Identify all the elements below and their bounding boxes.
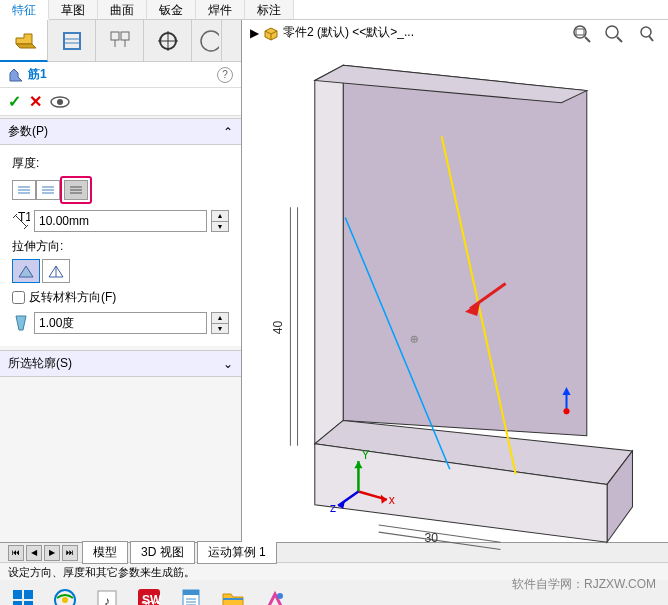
tab-sketch[interactable]: 草图 bbox=[49, 0, 98, 19]
breadcrumb[interactable]: ▶ 零件2 (默认) <<默认>_... bbox=[250, 24, 414, 41]
thickness-input[interactable] bbox=[34, 210, 207, 232]
svg-point-76 bbox=[277, 593, 283, 599]
tab-sheet-metal[interactable]: 钣金 bbox=[147, 0, 196, 19]
svg-point-64 bbox=[62, 597, 68, 603]
svg-text:T1: T1 bbox=[18, 212, 30, 224]
svg-point-27 bbox=[606, 26, 618, 38]
app-icon-2[interactable] bbox=[260, 585, 290, 605]
watermark-text: 软件自学网：RJZXW.COM bbox=[512, 576, 656, 593]
edge-browser-icon[interactable] bbox=[50, 585, 80, 605]
tab-feature[interactable]: 特征 bbox=[0, 0, 49, 20]
start-button[interactable] bbox=[8, 585, 38, 605]
svg-rect-0 bbox=[64, 33, 80, 49]
svg-point-10 bbox=[201, 31, 219, 51]
dimxpert-manager-tab[interactable] bbox=[144, 20, 192, 62]
tab-nav-first[interactable]: ⏮ bbox=[8, 545, 24, 561]
rib-thickness-icon: T1 bbox=[12, 212, 30, 230]
svg-marker-32 bbox=[315, 65, 343, 444]
selected-contour-label: 所选轮廓(S) bbox=[8, 355, 72, 372]
svg-text:x: x bbox=[389, 493, 395, 507]
direction-normal-button[interactable] bbox=[42, 259, 70, 283]
tab-annotate[interactable]: 标注 bbox=[245, 0, 294, 19]
feature-title-bar: 筋1 ? bbox=[0, 62, 241, 88]
svg-text:Y: Y bbox=[361, 448, 369, 462]
thickness-side2-button[interactable] bbox=[64, 180, 88, 200]
draft-spinner[interactable]: ▲▼ bbox=[211, 312, 229, 334]
breadcrumb-arrow-icon: ▶ bbox=[250, 26, 259, 40]
parameters-label: 参数(P) bbox=[8, 123, 48, 140]
draft-angle-input[interactable] bbox=[34, 312, 207, 334]
tab-nav-prev[interactable]: ◀ bbox=[26, 545, 42, 561]
file-explorer-icon[interactable] bbox=[218, 585, 248, 605]
svg-rect-26 bbox=[576, 29, 584, 35]
feature-manager-tab[interactable] bbox=[0, 20, 48, 62]
svg-text:z: z bbox=[330, 501, 336, 515]
model-3d-view: 40 30 Y x z bbox=[262, 50, 668, 558]
dim-width: 30 bbox=[424, 531, 438, 545]
svg-rect-71 bbox=[183, 590, 199, 595]
rib-icon bbox=[8, 67, 24, 83]
reverse-material-label: 反转材料方向(F) bbox=[29, 289, 116, 306]
tab-weldments[interactable]: 焊件 bbox=[196, 0, 245, 19]
selected-contour-header[interactable]: 所选轮廓(S) ⌄ bbox=[0, 350, 241, 377]
svg-marker-31 bbox=[343, 65, 587, 435]
svg-line-25 bbox=[585, 37, 590, 42]
svg-line-28 bbox=[617, 37, 622, 42]
svg-rect-75 bbox=[223, 598, 243, 600]
draft-icon bbox=[12, 314, 30, 332]
part-icon bbox=[263, 25, 279, 41]
thickness-label: 厚度: bbox=[12, 155, 229, 172]
parameters-section: 参数(P) ⌃ 厚度: bbox=[0, 118, 241, 346]
solidworks-icon[interactable]: SW2024 bbox=[134, 585, 164, 605]
help-icon[interactable]: ? bbox=[217, 67, 233, 83]
svg-line-30 bbox=[649, 36, 653, 41]
preview-eye-icon[interactable] bbox=[50, 95, 70, 109]
tab-model[interactable]: 模型 bbox=[82, 541, 128, 564]
notepad-icon[interactable] bbox=[176, 585, 206, 605]
display-manager-tab[interactable] bbox=[192, 20, 222, 62]
thickness-both-button[interactable] bbox=[36, 180, 60, 200]
expand-icon: ⌄ bbox=[223, 357, 233, 371]
dim-height: 40 bbox=[271, 320, 285, 334]
feature-title: 筋1 bbox=[28, 66, 47, 83]
svg-rect-61 bbox=[13, 601, 22, 605]
thickness-spinner[interactable]: ▲▼ bbox=[211, 210, 229, 232]
property-manager-panel: 筋1 ? ✓ ✕ 参数(P) ⌃ 厚度: bbox=[0, 20, 242, 542]
confirm-row: ✓ ✕ bbox=[0, 88, 241, 116]
heads-up-toolbar bbox=[568, 22, 660, 46]
property-manager-tab[interactable] bbox=[48, 20, 96, 62]
reverse-material-checkbox[interactable] bbox=[12, 291, 25, 304]
svg-text:♪: ♪ bbox=[104, 594, 110, 605]
graphics-viewport[interactable]: ▶ 零件2 (默认) <<默认>_... bbox=[242, 20, 668, 542]
previous-view-button[interactable] bbox=[632, 22, 660, 46]
thickness-side1-button[interactable] bbox=[12, 180, 36, 200]
ok-button[interactable]: ✓ bbox=[8, 92, 21, 111]
zoom-area-button[interactable] bbox=[600, 22, 628, 46]
tab-nav-last[interactable]: ⏭ bbox=[62, 545, 78, 561]
svg-text:2024: 2024 bbox=[141, 599, 162, 605]
svg-point-29 bbox=[641, 27, 651, 37]
parameters-header[interactable]: 参数(P) ⌃ bbox=[0, 118, 241, 145]
svg-rect-59 bbox=[13, 590, 22, 599]
selected-contour-section: 所选轮廓(S) ⌄ bbox=[0, 350, 241, 377]
breadcrumb-text: 零件2 (默认) <<默认>_... bbox=[283, 24, 414, 41]
command-manager-tabs: 特征 草图 曲面 钣金 焊件 标注 bbox=[0, 0, 668, 20]
direction-parallel-button[interactable] bbox=[12, 259, 40, 283]
cancel-button[interactable]: ✕ bbox=[29, 92, 42, 111]
svg-rect-4 bbox=[121, 32, 129, 40]
panel-tab-strip bbox=[0, 20, 241, 62]
thickness-selection-highlight bbox=[60, 176, 92, 204]
tab-3dview[interactable]: 3D 视图 bbox=[130, 541, 195, 564]
svg-point-12 bbox=[57, 99, 63, 105]
zoom-fit-button[interactable] bbox=[568, 22, 596, 46]
tab-nav-next[interactable]: ▶ bbox=[44, 545, 60, 561]
svg-line-46 bbox=[379, 532, 501, 549]
configuration-manager-tab[interactable] bbox=[96, 20, 144, 62]
svg-point-49 bbox=[563, 408, 569, 414]
svg-rect-62 bbox=[24, 601, 33, 605]
tab-surface[interactable]: 曲面 bbox=[98, 0, 147, 19]
svg-rect-60 bbox=[24, 590, 33, 599]
svg-line-45 bbox=[379, 525, 501, 542]
app-icon-1[interactable]: ♪ bbox=[92, 585, 122, 605]
extrude-direction-label: 拉伸方向: bbox=[12, 238, 229, 255]
